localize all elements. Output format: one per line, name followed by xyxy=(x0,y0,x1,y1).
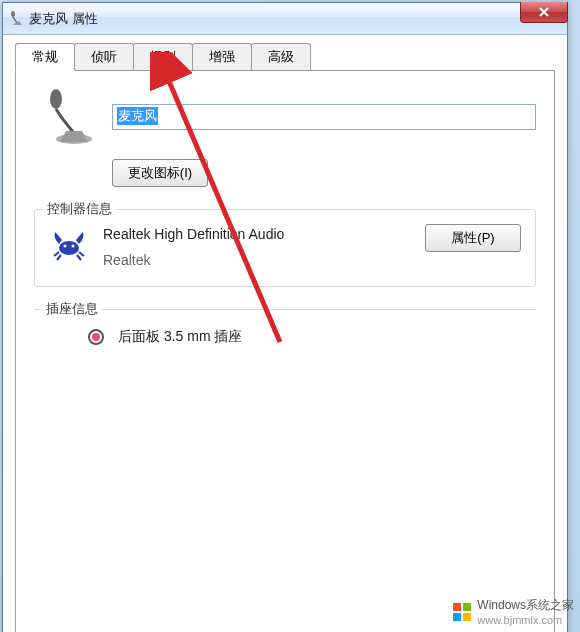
jack-description: 后面板 3.5 mm 插座 xyxy=(118,328,242,346)
tab-panel-general: 麦克风 更改图标(I) 控制器信息 xyxy=(15,70,555,632)
tab-levels[interactable]: 级别 xyxy=(133,43,193,70)
controller-info-group: 控制器信息 Realtek High Definition Audio Real… xyxy=(34,209,536,287)
group-label: 控制器信息 xyxy=(43,200,116,218)
close-icon xyxy=(539,7,549,17)
device-name-value: 麦克风 xyxy=(117,107,158,125)
group-label: 插座信息 xyxy=(42,300,102,318)
tab-listen[interactable]: 侦听 xyxy=(74,43,134,70)
jack-row: 后面板 3.5 mm 插座 xyxy=(48,328,522,346)
microphone-icon xyxy=(7,11,23,27)
titlebar: 麦克风 属性 xyxy=(3,3,567,35)
tab-advanced[interactable]: 高级 xyxy=(251,43,311,70)
svg-line-1 xyxy=(13,17,17,23)
svg-point-6 xyxy=(72,245,75,248)
controller-name: Realtek High Definition Audio xyxy=(103,226,411,242)
device-name-input[interactable]: 麦克风 xyxy=(112,104,536,130)
tab-enhancements[interactable]: 增强 xyxy=(192,43,252,70)
tab-label: 常规 xyxy=(32,49,58,64)
window-title: 麦克风 属性 xyxy=(29,10,98,28)
tab-strip: 常规 侦听 级别 增强 高级 xyxy=(15,43,555,70)
change-icon-button[interactable]: 更改图标(I) xyxy=(112,159,208,187)
controller-row: Realtek High Definition Audio Realtek 属性… xyxy=(49,224,521,268)
jack-info-group: 插座信息 后面板 3.5 mm 插座 xyxy=(34,309,536,486)
properties-window: 麦克风 属性 常规 侦听 级别 增强 高级 麦克风 xyxy=(2,2,568,632)
content-area: 常规 侦听 级别 增强 高级 麦克风 更改图标(I) xyxy=(3,35,567,632)
change-icon-row: 更改图标(I) xyxy=(34,159,536,187)
controller-properties-button[interactable]: 属性(P) xyxy=(425,224,521,252)
svg-point-5 xyxy=(64,245,67,248)
device-illustration-icon xyxy=(34,87,94,147)
svg-point-2 xyxy=(50,89,62,109)
tab-label: 级别 xyxy=(150,49,176,64)
realtek-crab-icon xyxy=(49,224,89,264)
properties-button-col: 属性(P) xyxy=(425,224,521,252)
device-header-row: 麦克风 xyxy=(34,87,536,147)
controller-vendor: Realtek xyxy=(103,252,411,268)
tab-label: 高级 xyxy=(268,49,294,64)
tab-label: 侦听 xyxy=(91,49,117,64)
window-close-button[interactable] xyxy=(520,2,568,23)
jack-color-icon xyxy=(88,329,104,345)
tab-general[interactable]: 常规 xyxy=(15,43,75,71)
svg-point-4 xyxy=(59,241,79,255)
controller-text: Realtek High Definition Audio Realtek xyxy=(103,224,411,268)
tab-label: 增强 xyxy=(209,49,235,64)
svg-point-0 xyxy=(11,11,15,17)
